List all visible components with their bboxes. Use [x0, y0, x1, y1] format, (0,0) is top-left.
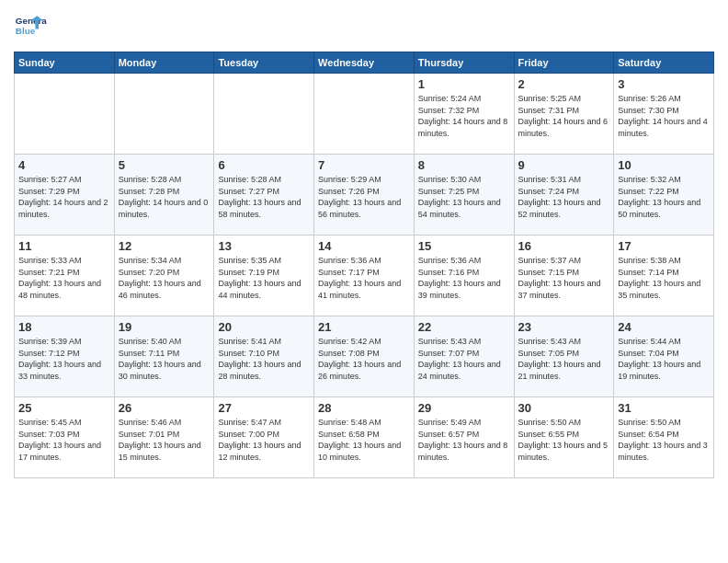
day-number: 29: [418, 401, 510, 415]
day-number: 18: [18, 320, 110, 334]
calendar-cell: 16Sunrise: 5:37 AM Sunset: 7:15 PM Dayli…: [514, 236, 614, 316]
day-info: Sunrise: 5:27 AM Sunset: 7:29 PM Dayligh…: [18, 174, 110, 220]
calendar-cell: 6Sunrise: 5:28 AM Sunset: 7:27 PM Daylig…: [214, 155, 314, 236]
calendar-cell: 17Sunrise: 5:38 AM Sunset: 7:14 PM Dayli…: [614, 236, 714, 316]
calendar-cell: 25Sunrise: 5:45 AM Sunset: 7:03 PM Dayli…: [15, 397, 115, 478]
calendar-cell: 1Sunrise: 5:24 AM Sunset: 7:32 PM Daylig…: [414, 74, 514, 155]
day-info: Sunrise: 5:49 AM Sunset: 6:57 PM Dayligh…: [418, 417, 510, 463]
day-number: 8: [418, 158, 510, 172]
header-wednesday: Wednesday: [314, 52, 415, 74]
calendar-table: SundayMondayTuesdayWednesdayThursdayFrid…: [14, 52, 714, 478]
logo-icon: General Blue: [14, 9, 47, 42]
day-number: 30: [518, 401, 610, 415]
calendar-cell: 13Sunrise: 5:35 AM Sunset: 7:19 PM Dayli…: [214, 236, 314, 316]
header-monday: Monday: [114, 52, 214, 74]
calendar-header-row: SundayMondayTuesdayWednesdayThursdayFrid…: [15, 52, 714, 74]
calendar-cell: 31Sunrise: 5:50 AM Sunset: 6:54 PM Dayli…: [614, 397, 714, 478]
calendar-cell: [314, 74, 415, 155]
calendar-cell: 11Sunrise: 5:33 AM Sunset: 7:21 PM Dayli…: [15, 236, 115, 316]
calendar-cell: 22Sunrise: 5:43 AM Sunset: 7:07 PM Dayli…: [414, 316, 514, 397]
day-info: Sunrise: 5:24 AM Sunset: 7:32 PM Dayligh…: [418, 93, 510, 139]
day-info: Sunrise: 5:36 AM Sunset: 7:16 PM Dayligh…: [418, 255, 510, 301]
calendar-cell: 3Sunrise: 5:26 AM Sunset: 7:30 PM Daylig…: [614, 74, 714, 155]
day-info: Sunrise: 5:50 AM Sunset: 6:54 PM Dayligh…: [618, 417, 710, 463]
day-number: 5: [119, 158, 210, 172]
day-number: 6: [218, 158, 310, 172]
day-number: 21: [318, 320, 410, 334]
day-info: Sunrise: 5:37 AM Sunset: 7:15 PM Dayligh…: [518, 255, 610, 301]
day-info: Sunrise: 5:50 AM Sunset: 6:55 PM Dayligh…: [518, 417, 610, 463]
week-row-4: 18Sunrise: 5:39 AM Sunset: 7:12 PM Dayli…: [15, 316, 714, 397]
calendar-cell: 19Sunrise: 5:40 AM Sunset: 7:11 PM Dayli…: [114, 316, 214, 397]
day-info: Sunrise: 5:32 AM Sunset: 7:22 PM Dayligh…: [618, 174, 710, 220]
calendar-cell: [214, 74, 314, 155]
day-info: Sunrise: 5:28 AM Sunset: 7:28 PM Dayligh…: [119, 174, 210, 220]
calendar-cell: 9Sunrise: 5:31 AM Sunset: 7:24 PM Daylig…: [514, 155, 614, 236]
header-thursday: Thursday: [414, 52, 514, 74]
week-row-5: 25Sunrise: 5:45 AM Sunset: 7:03 PM Dayli…: [15, 397, 714, 478]
calendar-cell: 7Sunrise: 5:29 AM Sunset: 7:26 PM Daylig…: [314, 155, 415, 236]
page-header: General Blue: [14, 9, 714, 42]
day-number: 1: [418, 77, 510, 91]
day-info: Sunrise: 5:40 AM Sunset: 7:11 PM Dayligh…: [119, 336, 210, 382]
day-number: 12: [119, 239, 210, 253]
calendar-cell: 14Sunrise: 5:36 AM Sunset: 7:17 PM Dayli…: [314, 236, 415, 316]
day-info: Sunrise: 5:38 AM Sunset: 7:14 PM Dayligh…: [618, 255, 710, 301]
week-row-2: 4Sunrise: 5:27 AM Sunset: 7:29 PM Daylig…: [15, 155, 714, 236]
day-number: 28: [318, 401, 410, 415]
calendar-cell: 18Sunrise: 5:39 AM Sunset: 7:12 PM Dayli…: [15, 316, 115, 397]
day-info: Sunrise: 5:42 AM Sunset: 7:08 PM Dayligh…: [318, 336, 410, 382]
day-number: 31: [618, 401, 710, 415]
header-tuesday: Tuesday: [214, 52, 314, 74]
day-number: 10: [618, 158, 710, 172]
day-info: Sunrise: 5:47 AM Sunset: 7:00 PM Dayligh…: [218, 417, 310, 463]
svg-text:General: General: [16, 16, 47, 26]
day-number: 7: [318, 158, 410, 172]
calendar-cell: 28Sunrise: 5:48 AM Sunset: 6:58 PM Dayli…: [314, 397, 415, 478]
day-number: 13: [218, 239, 310, 253]
calendar-cell: 29Sunrise: 5:49 AM Sunset: 6:57 PM Dayli…: [414, 397, 514, 478]
calendar-cell: 26Sunrise: 5:46 AM Sunset: 7:01 PM Dayli…: [114, 397, 214, 478]
day-info: Sunrise: 5:34 AM Sunset: 7:20 PM Dayligh…: [119, 255, 210, 301]
day-number: 25: [18, 401, 110, 415]
calendar-cell: [15, 74, 115, 155]
day-info: Sunrise: 5:29 AM Sunset: 7:26 PM Dayligh…: [318, 174, 410, 220]
day-info: Sunrise: 5:48 AM Sunset: 6:58 PM Dayligh…: [318, 417, 410, 463]
day-info: Sunrise: 5:26 AM Sunset: 7:30 PM Dayligh…: [618, 93, 710, 139]
day-info: Sunrise: 5:43 AM Sunset: 7:07 PM Dayligh…: [418, 336, 510, 382]
calendar-cell: 2Sunrise: 5:25 AM Sunset: 7:31 PM Daylig…: [514, 74, 614, 155]
day-number: 23: [518, 320, 610, 334]
week-row-1: 1Sunrise: 5:24 AM Sunset: 7:32 PM Daylig…: [15, 74, 714, 155]
day-number: 24: [618, 320, 710, 334]
day-number: 19: [119, 320, 210, 334]
week-row-3: 11Sunrise: 5:33 AM Sunset: 7:21 PM Dayli…: [15, 236, 714, 316]
calendar-cell: 12Sunrise: 5:34 AM Sunset: 7:20 PM Dayli…: [114, 236, 214, 316]
header-friday: Friday: [514, 52, 614, 74]
day-info: Sunrise: 5:41 AM Sunset: 7:10 PM Dayligh…: [218, 336, 310, 382]
calendar-cell: [114, 74, 214, 155]
day-info: Sunrise: 5:45 AM Sunset: 7:03 PM Dayligh…: [18, 417, 110, 463]
day-info: Sunrise: 5:25 AM Sunset: 7:31 PM Dayligh…: [518, 93, 610, 139]
day-number: 16: [518, 239, 610, 253]
day-number: 4: [18, 158, 110, 172]
header-saturday: Saturday: [614, 52, 714, 74]
day-number: 11: [18, 239, 110, 253]
calendar-cell: 30Sunrise: 5:50 AM Sunset: 6:55 PM Dayli…: [514, 397, 614, 478]
day-info: Sunrise: 5:39 AM Sunset: 7:12 PM Dayligh…: [18, 336, 110, 382]
day-info: Sunrise: 5:28 AM Sunset: 7:27 PM Dayligh…: [218, 174, 310, 220]
day-info: Sunrise: 5:33 AM Sunset: 7:21 PM Dayligh…: [18, 255, 110, 301]
calendar-cell: 23Sunrise: 5:43 AM Sunset: 7:05 PM Dayli…: [514, 316, 614, 397]
day-number: 26: [119, 401, 210, 415]
day-number: 9: [518, 158, 610, 172]
calendar-cell: 10Sunrise: 5:32 AM Sunset: 7:22 PM Dayli…: [614, 155, 714, 236]
day-number: 27: [218, 401, 310, 415]
day-info: Sunrise: 5:31 AM Sunset: 7:24 PM Dayligh…: [518, 174, 610, 220]
day-number: 15: [418, 239, 510, 253]
day-number: 3: [618, 77, 710, 91]
day-info: Sunrise: 5:44 AM Sunset: 7:04 PM Dayligh…: [618, 336, 710, 382]
calendar-cell: 21Sunrise: 5:42 AM Sunset: 7:08 PM Dayli…: [314, 316, 415, 397]
day-info: Sunrise: 5:35 AM Sunset: 7:19 PM Dayligh…: [218, 255, 310, 301]
calendar-cell: 15Sunrise: 5:36 AM Sunset: 7:16 PM Dayli…: [414, 236, 514, 316]
calendar-cell: 27Sunrise: 5:47 AM Sunset: 7:00 PM Dayli…: [214, 397, 314, 478]
svg-text:Blue: Blue: [16, 26, 36, 36]
